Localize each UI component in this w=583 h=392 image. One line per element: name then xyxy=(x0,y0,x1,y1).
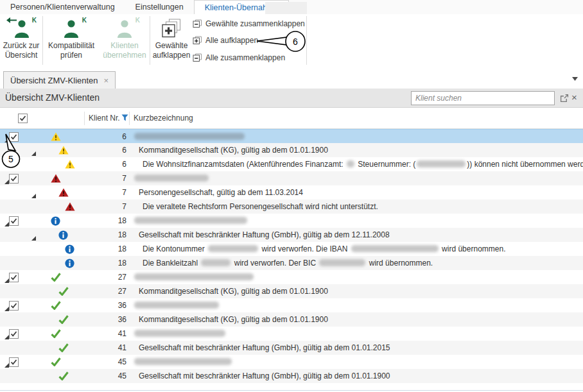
redacted-text xyxy=(351,245,439,252)
client-number: 18 xyxy=(83,242,126,256)
ribbon-tab-einstellungen[interactable]: Einstellungen xyxy=(125,0,194,14)
table-row[interactable]: 7Die veraltete Rechtsform Personengesell… xyxy=(0,200,583,214)
client-number: 6 xyxy=(83,130,126,144)
filter-icon[interactable] xyxy=(121,114,128,121)
row-text xyxy=(133,130,246,144)
close-search-icon[interactable]: × xyxy=(571,91,577,104)
popout-search-icon[interactable] xyxy=(560,94,569,103)
row-text: Die Wohnsitzfinanzamtsdaten (Aktenführen… xyxy=(143,157,583,171)
table-row[interactable]: 27 xyxy=(0,270,583,284)
redacted-text xyxy=(417,160,466,167)
client-number: 36 xyxy=(83,298,126,312)
row-text xyxy=(133,171,210,185)
redacted-text xyxy=(134,273,254,280)
table-row[interactable]: 36Kommanditgesellschaft (KG), gültig ab … xyxy=(0,312,583,327)
bottom-divider xyxy=(0,390,583,391)
back-arrow-icon xyxy=(6,17,17,24)
redacted-text xyxy=(134,217,247,224)
client-number: 45 xyxy=(83,355,126,369)
row-text: Gesellschaft mit beschränkter Haftung (G… xyxy=(139,341,390,355)
client-number: 7 xyxy=(83,171,126,185)
ribbon-separator xyxy=(150,16,150,65)
table-row[interactable]: 41Gesellschaft mit beschränkter Haftung … xyxy=(0,341,583,355)
row-checkbox[interactable] xyxy=(9,273,19,282)
row-checkbox[interactable] xyxy=(9,329,19,339)
table-row[interactable]: 7 xyxy=(0,171,583,185)
check-icon xyxy=(51,301,61,312)
row-text: Kommanditgesellschaft (KG), gültig ab de… xyxy=(139,312,328,327)
client-number: 7 xyxy=(83,185,126,200)
check-icon xyxy=(58,315,69,327)
check-icon xyxy=(58,371,69,383)
row-text xyxy=(133,355,233,369)
client-number: 27 xyxy=(83,270,126,284)
document-tab-uebersicht-zmv-klienten[interactable]: Übersicht ZMV-Klienten × xyxy=(3,71,116,89)
tab-list-dropdown-icon[interactable] xyxy=(572,77,578,81)
column-divider[interactable] xyxy=(129,112,130,125)
callout-5-number: 5 xyxy=(8,154,13,164)
table-row[interactable]: 18Gesellschaft mit beschränkter Haftung … xyxy=(0,228,583,242)
row-checkbox[interactable] xyxy=(9,357,19,367)
table-row[interactable]: 27Kommanditgesellschaft (KG), gültig ab … xyxy=(0,284,583,298)
info-icon xyxy=(65,259,74,271)
check-icon xyxy=(51,329,61,341)
client-number: 6 xyxy=(83,157,126,171)
gewaehlte-zusammenklappen-button[interactable]: Gewählte zusammenklappen xyxy=(193,17,305,30)
row-text: Kommanditgesellschaft (KG), gültig ab de… xyxy=(139,143,328,157)
table-row[interactable]: 6Die Wohnsitzfinanzamtsdaten (Aktenführe… xyxy=(0,157,583,171)
client-number: 7 xyxy=(83,200,126,214)
check-icon xyxy=(51,357,61,369)
client-number: 27 xyxy=(83,284,126,298)
table-row[interactable]: 7Personengesellschaft, gültig ab dem 11.… xyxy=(0,185,583,200)
table-row[interactable]: 41 xyxy=(0,327,583,341)
redacted-text xyxy=(319,259,365,266)
row-text xyxy=(133,298,220,312)
table-row[interactable]: 36 xyxy=(0,298,583,312)
client-table: 66Kommanditgesellschaft (KG), gültig ab … xyxy=(0,129,583,383)
column-divider[interactable] xyxy=(84,112,85,125)
row-checkbox[interactable] xyxy=(9,174,19,183)
row-text xyxy=(133,327,227,341)
redacted-text xyxy=(208,245,258,252)
redacted-text xyxy=(134,302,219,309)
table-row[interactable]: 45Gesellschaft mit beschränkter Haftung … xyxy=(0,369,583,383)
select-all-checkbox[interactable] xyxy=(18,114,28,123)
zurueck-zur-uebersicht-button[interactable]: K Zurück zur Übersicht xyxy=(1,15,41,65)
table-row[interactable]: 18Die Bankleitzahl wird verworfen. Der B… xyxy=(0,256,583,270)
tab-close-icon[interactable]: × xyxy=(104,76,109,85)
error-icon xyxy=(58,188,69,200)
table-row[interactable]: 6 xyxy=(0,129,583,143)
table-row[interactable]: 18Die Kontonummer wird verworfen. Die IB… xyxy=(0,242,583,256)
collapse-all-icon xyxy=(193,19,202,28)
alle-aufklappen-button[interactable]: Alle aufklappen xyxy=(193,34,258,47)
search-input[interactable] xyxy=(411,91,555,105)
client-number: 6 xyxy=(83,143,126,157)
warning-icon xyxy=(65,160,75,171)
client-number: 36 xyxy=(83,312,126,327)
gewaehlte-aufklappen-button[interactable]: Gewählte aufklappen xyxy=(152,15,191,65)
person-check-icon: K xyxy=(62,19,81,39)
column-header-klient-nr[interactable]: Klient Nr. xyxy=(89,114,120,123)
row-text: Gesellschaft mit beschränkter Haftung (G… xyxy=(139,228,390,242)
kompatibilitaet-pruefen-button[interactable]: K Kompatibilität prüfen xyxy=(44,15,98,65)
check-icon xyxy=(51,273,61,284)
document-tab-strip: Übersicht ZMV-Klienten × xyxy=(0,68,583,89)
table-row[interactable]: 18 xyxy=(0,214,583,228)
table-header: Klient Nr. Kurzbezeichnung xyxy=(0,108,583,129)
error-icon xyxy=(51,174,61,185)
column-header-kurzbezeichnung[interactable]: Kurzbezeichnung xyxy=(134,114,193,123)
client-number: 41 xyxy=(83,327,126,341)
panel-header: Übersicht ZMV-Klienten × xyxy=(0,89,583,108)
ribbon-tab-personen-klientenverwaltung[interactable]: Personen/Klientenverwaltung xyxy=(0,0,125,14)
row-checkbox[interactable] xyxy=(9,301,19,311)
check-icon xyxy=(58,343,69,355)
row-checkbox[interactable] xyxy=(9,216,19,226)
table-row[interactable]: 6Kommanditgesellschaft (KG), gültig ab d… xyxy=(0,143,583,157)
table-row[interactable]: 45 xyxy=(0,355,583,369)
row-text: Die Bankleitzahl wird verworfen. Der BIC… xyxy=(143,256,433,270)
info-icon xyxy=(65,244,74,257)
row-text: Kommanditgesellschaft (KG), gültig ab de… xyxy=(139,284,328,298)
redacted-text xyxy=(134,330,225,337)
client-number: 45 xyxy=(83,369,126,383)
row-text: Die veraltete Rechtsform Personengesells… xyxy=(143,200,378,214)
